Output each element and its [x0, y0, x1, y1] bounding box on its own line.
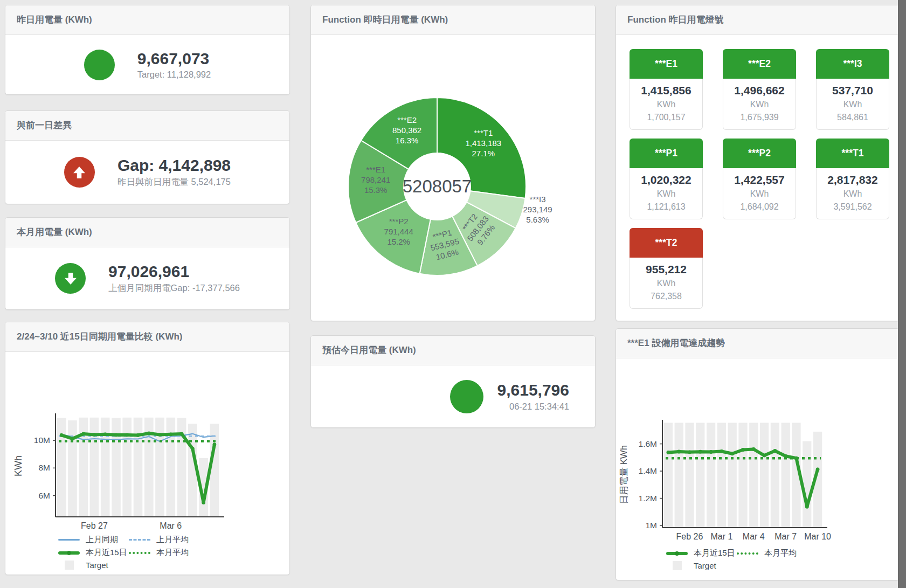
y-axis-ticks: 6M8M10M — [34, 435, 56, 500]
arrow-up-icon — [64, 157, 95, 188]
legend-item-本月平均[interactable]: 本月平均 — [737, 548, 807, 558]
legend-label: 本月近15日 — [86, 548, 127, 558]
legend-item-本月近15日[interactable]: 本月近15日 — [666, 548, 737, 558]
tile-body: 1,415,856KWh1,700,157 — [630, 79, 703, 130]
data-point — [677, 450, 681, 454]
data-point — [720, 449, 724, 453]
legend-label: 本月近15日 — [694, 548, 735, 558]
tile-target: 762,358 — [631, 290, 701, 303]
target-bar — [803, 441, 811, 527]
data-point — [667, 451, 670, 454]
light-tile-***E1[interactable]: ***E11,415,856KWh1,700,157 — [630, 49, 703, 130]
target-bar — [122, 418, 132, 516]
legend-swatch-square-gray — [58, 561, 80, 570]
slice-label-***I3: ***I3293,1495.63% — [523, 195, 552, 224]
legend-row: 本月近15日本月平均 — [58, 548, 289, 558]
y-tick-label: 6M — [38, 491, 50, 500]
y-axis-title: 日用電量 KWh — [619, 445, 629, 504]
y-tick-label: 1.4M — [639, 466, 657, 475]
tile-body: 1,422,557KWh1,684,092 — [723, 168, 796, 219]
tile-name: ***E2 — [723, 49, 796, 79]
tile-value: 2,817,832 — [818, 172, 888, 188]
y-tick-label: 10M — [34, 435, 50, 445]
target-bar — [685, 423, 694, 528]
legend-swatch-square-gray — [666, 561, 688, 570]
data-point — [60, 433, 64, 437]
tile-unit: KWh — [631, 98, 701, 111]
data-point — [158, 433, 162, 437]
legend-label: 本月平均 — [764, 548, 797, 558]
panel-title: 預估今日用電量 (KWh) — [311, 336, 595, 365]
light-tile-***P2[interactable]: ***P21,422,557KWh1,684,092 — [723, 139, 796, 219]
legend-item-本月平均[interactable]: 本月平均 — [129, 548, 199, 558]
tile-value: 1,020,322 — [631, 172, 701, 188]
chart-body: 1M1.2M1.4M1.6M日用電量 KWhFeb 26Mar 1Mar 4Ma… — [616, 358, 899, 580]
legend-swatch-line-blue — [58, 539, 80, 541]
data-point — [752, 447, 756, 451]
x-axis-ticks: Feb 27Mar 6 — [81, 521, 182, 530]
tile-target: 3,591,562 — [818, 200, 888, 213]
light-tile-***P1[interactable]: ***P11,020,322KWh1,121,613 — [630, 139, 703, 219]
light-tile-***T2[interactable]: ***T2955,212KWh762,358 — [630, 228, 703, 309]
legend-item-Target[interactable]: Target — [666, 561, 737, 570]
target-bar — [57, 418, 66, 516]
tile-unit: KWh — [631, 188, 701, 200]
light-tile-***E2[interactable]: ***E21,496,662KWh1,675,939 — [723, 49, 796, 130]
legend-swatch-dot-green — [737, 552, 758, 555]
legend-item-上月同期[interactable]: 上月同期 — [58, 535, 129, 545]
stat-body: 9,667,073 Target: 11,128,992 — [5, 35, 289, 94]
target-bar — [760, 423, 769, 528]
data-point — [698, 450, 702, 454]
e1-trend-chart: 1M1.2M1.4M1.6M日用電量 KWhFeb 26Mar 1Mar 4Ma… — [616, 358, 899, 543]
data-point — [202, 501, 205, 504]
target-bar — [101, 418, 110, 516]
data-point — [180, 432, 184, 436]
panel-title: 2/24~3/10 近15日同期用電量比較 (KWh) — [5, 322, 289, 352]
data-point — [763, 454, 766, 458]
data-point — [773, 449, 777, 453]
y-tick-label: 1.6M — [639, 439, 657, 448]
data-point — [136, 433, 140, 437]
tile-value: 537,710 — [818, 83, 888, 98]
tile-name: ***P2 — [723, 139, 796, 168]
legend-item-本月近15日[interactable]: 本月近15日 — [58, 548, 129, 558]
stat-body: 9,615,796 06-21 15:34:41 — [311, 365, 595, 427]
y-axis-title: KWh — [13, 455, 24, 476]
light-tile-***T1[interactable]: ***T12,817,832KWh3,591,562 — [816, 139, 889, 219]
legend-item-上月平均[interactable]: 上月平均 — [129, 535, 199, 545]
stat-body: 97,026,961 上個月同期用電Gap: -17,377,566 — [5, 247, 289, 309]
panel-title: Function 昨日用電燈號 — [616, 5, 899, 35]
chart-legend: 上月同期上月平均本月近15日本月平均Target — [58, 535, 289, 570]
status-ok-icon — [84, 50, 115, 80]
data-point — [103, 432, 107, 436]
chart-body: ***T11,413,18327.1%***I3293,1495.63%***T… — [311, 35, 595, 321]
panel-compare-15d: 2/24~3/10 近15日同期用電量比較 (KWh) 6M8M10MKWhFe… — [5, 322, 290, 575]
x-tick-label: Mar 4 — [743, 532, 765, 541]
tile-body: 537,710KWh584,861 — [816, 79, 889, 130]
arrow-down-glyph — [61, 269, 80, 288]
vertical-scrollbar[interactable] — [898, 0, 906, 588]
data-point — [147, 432, 151, 435]
data-point — [213, 442, 217, 446]
data-point — [114, 433, 118, 437]
tile-body: 955,212KWh762,358 — [630, 258, 703, 309]
panel-month-usage: 本月用電量 (KWh) 97,026,961 上個月同期用電Gap: -17,3… — [5, 217, 290, 310]
target-bars — [664, 423, 822, 528]
light-tile-***I3[interactable]: ***I3537,710KWh584,861 — [816, 49, 889, 130]
compare-15d-chart: 6M8M10MKWhFeb 27Mar 6 — [5, 352, 289, 532]
legend-swatch-line-green — [58, 551, 80, 555]
tile-unit: KWh — [724, 98, 794, 111]
target-bar — [696, 423, 704, 528]
x-tick-label: Mar 6 — [160, 521, 182, 530]
stat-text: 9,615,796 06-21 15:34:41 — [497, 381, 569, 412]
panel-title: ***E1 設備用電達成趨勢 — [616, 329, 899, 358]
data-point — [93, 433, 96, 437]
tile-target: 1,700,157 — [631, 111, 701, 124]
tile-value: 955,212 — [631, 262, 701, 277]
realtime-donut-chart: ***T11,413,18327.1%***I3293,1495.63%***T… — [311, 35, 595, 320]
legend-item-Target[interactable]: Target — [58, 561, 129, 570]
tile-value: 1,415,856 — [631, 83, 701, 98]
panel-title: 昨日用電量 (KWh) — [5, 5, 289, 35]
legend-row: 本月近15日本月平均 — [666, 548, 899, 558]
status-ok-icon — [450, 380, 483, 413]
